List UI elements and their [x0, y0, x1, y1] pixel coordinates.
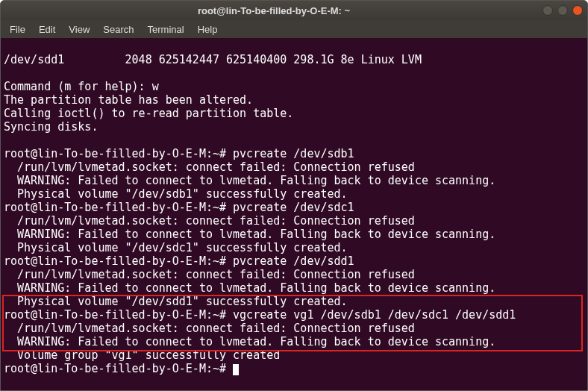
terminal-line: Syncing disks. [4, 120, 98, 134]
terminal-line: /run/lvm/lvmetad.socket: connect failed:… [4, 268, 415, 281]
terminal-line: /dev/sdd1 2048 625142447 625140400 298.1… [4, 53, 422, 66]
terminal-line: Volume group "vg1" successfully created [4, 348, 280, 362]
terminal-line: root@lin-To-be-filled-by-O-E-M:~# pvcrea… [4, 254, 354, 268]
terminal-line: WARNING: Failed to connect to lvmetad. F… [4, 281, 495, 295]
terminal-line: /run/lvm/lvmetad.socket: connect failed:… [4, 214, 415, 228]
titlebar[interactable]: root@lin-To-be-filled-by-O-E-M: ~ [1, 1, 587, 20]
cursor-icon [233, 364, 239, 375]
menu-terminal[interactable]: Terminal [142, 22, 190, 37]
terminal-line: Command (m for help): w [4, 80, 159, 93]
terminal-line: /run/lvm/lvmetad.socket: connect failed:… [4, 322, 415, 335]
terminal-line: Physical volume "/dev/sdc1" successfully… [4, 241, 348, 254]
terminal-line: Physical volume "/dev/sdb1" successfully… [4, 187, 348, 201]
terminal-line: Calling ioctl() to re-read partition tab… [4, 107, 293, 120]
terminal-line: /run/lvm/lvmetad.socket: connect failed:… [4, 160, 415, 174]
terminal-line: root@lin-To-be-filled-by-O-E-M:~# vgcrea… [4, 308, 516, 322]
window-buttons [542, 5, 583, 16]
terminal-window: root@lin-To-be-filled-by-O-E-M: ~ File E… [0, 0, 588, 391]
menubar: File Edit View Search Terminal Help [1, 20, 587, 38]
menu-edit[interactable]: Edit [33, 22, 61, 37]
terminal-body[interactable]: /dev/sdd1 2048 625142447 625140400 298.1… [1, 38, 587, 390]
terminal-line: Physical volume "/dev/sdd1" successfully… [4, 295, 348, 308]
minimize-button[interactable] [542, 5, 553, 16]
maximize-button[interactable] [557, 5, 568, 16]
menu-view[interactable]: View [63, 22, 96, 37]
terminal-line: root@lin-To-be-filled-by-O-E-M:~# pvcrea… [4, 147, 354, 160]
terminal-line: root@lin-To-be-filled-by-O-E-M:~# [4, 362, 233, 375]
terminal-line: The partition table has been altered. [4, 93, 253, 107]
terminal-line: WARNING: Failed to connect to lvmetad. F… [4, 228, 495, 241]
menu-search[interactable]: Search [97, 22, 140, 37]
terminal-line: root@lin-To-be-filled-by-O-E-M:~# pvcrea… [4, 201, 354, 214]
close-button[interactable] [572, 5, 583, 16]
menu-help[interactable]: Help [192, 22, 224, 37]
menu-file[interactable]: File [4, 22, 31, 37]
terminal-line: WARNING: Failed to connect to lvmetad. F… [4, 174, 495, 187]
terminal-line: WARNING: Failed to connect to lvmetad. F… [4, 335, 495, 348]
window-title: root@lin-To-be-filled-by-O-E-M: ~ [5, 5, 542, 16]
